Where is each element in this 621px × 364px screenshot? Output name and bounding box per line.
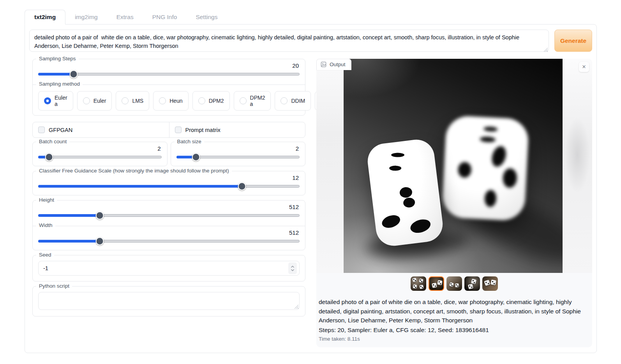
cfg-scale-slider[interactable] <box>38 182 300 190</box>
seed-box <box>38 261 300 276</box>
width-label: Width <box>36 222 55 228</box>
height-label: Height <box>36 197 57 203</box>
height-value[interactable]: 512 <box>38 204 299 210</box>
radio-lms[interactable]: LMS <box>116 91 149 111</box>
blurred-die <box>441 115 529 222</box>
prompt-matrix-label: Prompt matrix <box>185 127 221 133</box>
cfg-scale-label: Classifier Free Guidance Scale (how stro… <box>36 168 232 174</box>
prompt-matrix-checkbox[interactable] <box>175 127 182 133</box>
tab-txt2img[interactable]: txt2img <box>25 10 65 25</box>
batch-count-value[interactable]: 2 <box>38 145 161 152</box>
chevron-down-icon <box>291 269 295 271</box>
seed-panel: Seed <box>32 255 305 281</box>
toggles-box: GFPGAN Prompt matrix <box>32 122 305 138</box>
output-gallery <box>316 276 592 291</box>
generated-image[interactable] <box>344 59 563 273</box>
radio-heun[interactable]: Heun <box>153 91 188 111</box>
dimensions-panel: Height 512 Width 512 <box>32 200 305 250</box>
tab-png-info[interactable]: PNG Info <box>143 10 187 24</box>
radio-icon <box>240 97 247 104</box>
python-script-input[interactable] <box>38 292 300 310</box>
sampling-method-radios: Euler a Euler LMS Heun DPM2 DPM2 a DDIM … <box>38 91 300 111</box>
batch-count-panel: Batch count 2 <box>32 142 168 166</box>
image-icon <box>321 62 326 67</box>
height-slider[interactable] <box>38 211 300 220</box>
seed-input[interactable] <box>43 265 288 271</box>
output-params: Steps: 20, Sampler: Euler a, CFG scale: … <box>319 325 587 334</box>
number-stepper[interactable] <box>288 262 297 274</box>
main-frame: detailed photo of a pair of white die on… <box>25 24 597 353</box>
gfpgan-checkbox[interactable] <box>38 127 45 133</box>
radio-label: DDIM <box>291 98 305 104</box>
batch-size-slider[interactable] <box>176 153 300 161</box>
output-caption: detailed photo of a pair of white die on… <box>319 297 587 325</box>
prompt-row: detailed photo of a pair of white die on… <box>29 30 592 53</box>
output-column: Output ✕ <box>316 59 592 347</box>
sampling-method-group: Sampling method Euler a Euler LMS Heun D… <box>33 84 305 111</box>
batch-count-slider[interactable] <box>38 153 162 161</box>
radio-icon <box>83 97 90 104</box>
width-group: Width 512 <box>33 226 305 245</box>
output-tab[interactable]: Output <box>316 59 351 70</box>
radio-icon <box>159 97 166 104</box>
radio-icon <box>281 97 288 104</box>
gfpgan-option[interactable]: GFPGAN <box>33 122 169 137</box>
sampling-steps-slider[interactable] <box>38 70 300 78</box>
radio-selected-icon <box>44 97 51 104</box>
batch-count-label: Batch count <box>36 139 69 144</box>
cfg-scale-value[interactable]: 12 <box>38 174 299 181</box>
radio-euler-a[interactable]: Euler a <box>38 91 73 111</box>
tab-bar: txt2img img2img Extras PNG Info Settings <box>25 10 597 24</box>
generate-button[interactable]: Generate <box>554 30 592 52</box>
tab-img2img[interactable]: img2img <box>65 10 107 24</box>
gallery-thumbnail-selected[interactable] <box>429 276 444 291</box>
settings-column: Sampling Steps 20 Sampling method Euler … <box>29 59 305 347</box>
radio-label: DPM2 <box>209 98 224 104</box>
gallery-thumbnail[interactable] <box>411 276 426 291</box>
batch-size-value[interactable]: 2 <box>176 145 299 152</box>
radio-label: LMS <box>132 98 143 104</box>
output-panel: Output ✕ <box>316 59 592 347</box>
python-script-panel: Python script <box>32 286 305 317</box>
tab-settings[interactable]: Settings <box>186 10 227 24</box>
sampling-steps-label: Sampling Steps <box>36 56 79 62</box>
sampling-panel: Sampling Steps 20 Sampling method Euler … <box>32 59 305 116</box>
prompt-matrix-option[interactable]: Prompt matrix <box>169 122 305 137</box>
focused-die <box>366 138 445 248</box>
width-slider[interactable] <box>38 237 300 245</box>
seed-label: Seed <box>36 252 54 258</box>
width-value[interactable]: 512 <box>38 229 299 236</box>
radio-icon <box>198 97 205 104</box>
app-window: txt2img img2img Extras PNG Info Settings… <box>25 10 597 353</box>
batch-size-panel: Batch size 2 <box>171 142 306 166</box>
output-tab-label: Output <box>330 62 346 67</box>
gallery-thumbnail[interactable] <box>446 276 462 291</box>
radio-dpm2[interactable]: DPM2 <box>192 91 230 111</box>
cfg-scale-panel: Classifier Free Guidance Scale (how stro… <box>32 171 305 195</box>
gallery-thumbnail[interactable] <box>482 276 498 291</box>
close-icon[interactable]: ✕ <box>579 62 589 72</box>
gfpgan-label: GFPGAN <box>49 127 72 133</box>
radio-label: DPM2 a <box>250 95 265 107</box>
radio-label: Euler <box>94 98 106 104</box>
radio-ddim[interactable]: DDIM <box>275 91 311 111</box>
gallery-thumbnail[interactable] <box>464 276 480 291</box>
chevron-up-icon <box>291 266 295 268</box>
sampling-method-label: Sampling method <box>36 81 83 87</box>
sampling-steps-value[interactable]: 20 <box>38 62 299 69</box>
output-info: detailed photo of a pair of white die on… <box>316 291 590 342</box>
batch-row: Batch count 2 Batch size 2 <box>32 142 305 166</box>
batch-size-label: Batch size <box>175 139 204 144</box>
radio-label: Heun <box>169 98 182 104</box>
tab-extras[interactable]: Extras <box>107 10 143 24</box>
radio-label: Euler a <box>55 95 67 107</box>
prompt-input[interactable]: detailed photo of a pair of white die on… <box>29 30 549 52</box>
radio-euler[interactable]: Euler <box>77 91 112 111</box>
output-time-taken: Time taken: 8.11s <box>319 336 587 342</box>
radio-dpm2-a[interactable]: DPM2 a <box>234 91 271 111</box>
image-backdrop-left <box>316 59 344 273</box>
radio-icon <box>122 97 129 104</box>
image-backdrop-right <box>563 59 592 273</box>
python-script-label: Python script <box>36 283 72 289</box>
generated-image-view[interactable] <box>316 59 592 273</box>
